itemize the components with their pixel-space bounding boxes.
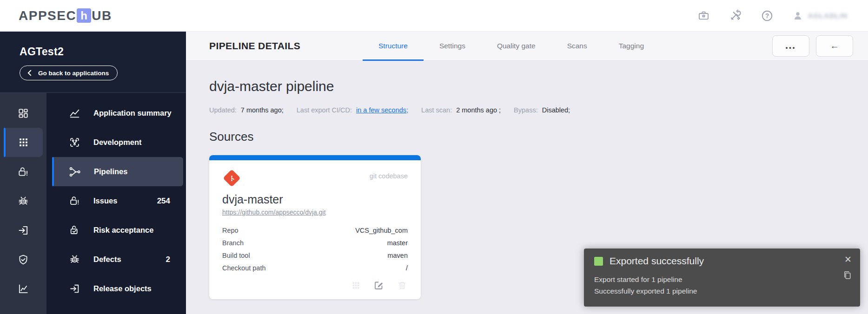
user-menu[interactable]: AGLADLIN <box>792 10 848 21</box>
pipeline-tabs: Structure Settings Quality gate Scans Ta… <box>363 32 660 60</box>
success-status-icon <box>594 257 603 266</box>
sidebar-item-release-objects[interactable]: Release objects <box>52 274 183 303</box>
apps-grid-icon <box>18 137 29 148</box>
source-type-label: git codebase <box>370 172 408 180</box>
copy-icon[interactable] <box>842 270 853 281</box>
meta-label: Last export CI/CD: <box>297 106 352 114</box>
meta-bypass: Bypass: Disabled; <box>514 106 570 114</box>
tab-scans[interactable]: Scans <box>551 32 603 60</box>
card-row-checkout-path: Checkout path / <box>222 262 408 274</box>
sidebar-item-label: Release objects <box>93 284 152 293</box>
help-icon[interactable]: ? <box>761 9 774 22</box>
application-name: AGTest2 <box>20 46 167 58</box>
merge-icon <box>69 166 81 178</box>
sidebar-item-label: Defects <box>93 255 121 264</box>
toast-notification: Exported successfully ✕ Export started f… <box>584 249 860 307</box>
box-arrow-icon <box>17 224 29 236</box>
meta-label: Updated: <box>209 106 237 114</box>
meta-value: 2 months ago ; <box>456 106 501 114</box>
tab-tagging[interactable]: Tagging <box>603 32 660 60</box>
trash-icon[interactable] <box>397 280 408 291</box>
source-card: git codebase dvja-master https://github.… <box>209 155 421 299</box>
defects-count-badge: 2 <box>166 255 170 264</box>
sidebar-header: AGTest2 Go back to applications <box>0 32 186 93</box>
last-export-link[interactable]: in a few seconds; <box>356 106 408 114</box>
sidebar-item-pipelines[interactable]: Pipelines <box>52 157 183 186</box>
toast-title: Exported successfully <box>610 255 704 267</box>
unlock-alert-icon <box>69 195 80 207</box>
go-back-label: Go back to applications <box>38 70 109 77</box>
username-redacted: AGLADLIN <box>808 12 848 20</box>
main-panel: PIPELINE DETAILS Structure Settings Qual… <box>186 32 868 314</box>
issues-count-badge: 254 <box>157 196 170 206</box>
tab-structure[interactable]: Structure <box>363 32 424 60</box>
grid-icon[interactable] <box>350 280 361 291</box>
row-label: Branch <box>222 239 244 247</box>
sidebar-item-risk-acceptance[interactable]: Risk acceptance <box>52 216 183 245</box>
sidebar-item-issues[interactable]: Issues 254 <box>52 186 183 216</box>
dashboard-icon <box>17 107 29 119</box>
lock-check-icon <box>69 224 80 236</box>
rail-item-defects[interactable] <box>4 186 43 216</box>
more-options-button[interactable]: ••• <box>772 35 809 57</box>
unlock-alert-icon <box>17 166 29 178</box>
meta-last-export: Last export CI/CD: in a few seconds; <box>297 106 408 114</box>
sidebar-item-defects[interactable]: Defects 2 <box>52 245 183 274</box>
logo-h-box: h <box>77 8 91 23</box>
sidebar-item-development[interactable]: Development <box>52 128 183 157</box>
sidebar-item-label: Issues <box>93 196 117 205</box>
repo-url-link[interactable]: https://github.com/appsecco/dvja.git <box>222 209 326 216</box>
sidebar-item-label: Risk acceptance <box>93 226 153 235</box>
pipeline-meta: Updated: 7 months ago; Last export CI/CD… <box>209 106 845 114</box>
user-icon <box>792 10 803 21</box>
row-value: master <box>387 239 408 247</box>
sidebar-item-application-summary[interactable]: Application summary <box>52 98 183 128</box>
chevron-left-icon <box>27 69 33 77</box>
page-title: PIPELINE DETAILS <box>209 40 330 52</box>
meta-updated: Updated: 7 months ago; <box>209 106 284 114</box>
rail-item-reports[interactable] <box>4 274 43 303</box>
card-accent-bar <box>209 155 421 160</box>
box-arrow-icon <box>69 283 80 294</box>
row-value: / <box>406 264 408 272</box>
sidebar-item-label: Application summary <box>93 109 172 118</box>
tab-settings[interactable]: Settings <box>424 32 481 60</box>
appsechub-logo: APPSEC h UB <box>19 8 112 23</box>
git-logo-icon <box>222 169 241 187</box>
tab-quality-gate[interactable]: Quality gate <box>481 32 551 60</box>
sidebar-item-label: Pipelines <box>94 167 127 176</box>
meta-value: 7 months ago; <box>241 106 284 114</box>
briefcase-icon[interactable] <box>697 9 710 22</box>
analytics-icon <box>17 283 29 295</box>
pipeline-heading: dvja-master pipeline <box>209 78 845 94</box>
edit-icon[interactable] <box>373 280 384 291</box>
meta-label: Last scan: <box>421 106 452 114</box>
go-back-to-applications-button[interactable]: Go back to applications <box>20 65 118 80</box>
row-value: maven <box>387 252 408 259</box>
sidebar-item-label: Development <box>93 138 142 147</box>
rail-item-dashboard[interactable] <box>4 98 43 128</box>
row-label: Build tool <box>222 252 250 259</box>
tools-icon[interactable] <box>729 9 742 22</box>
close-icon[interactable]: ✕ <box>844 254 852 265</box>
rail-item-policies[interactable] <box>4 245 43 274</box>
source-name: dvja-master <box>222 193 408 206</box>
branch-brackets-icon <box>69 137 80 148</box>
pipeline-content: dvja-master pipeline Updated: 7 months a… <box>186 61 868 314</box>
meta-value: Disabled; <box>542 106 570 114</box>
card-row-branch: Branch master <box>222 236 408 249</box>
row-value: VCS_github_com <box>355 227 408 234</box>
shield-check-icon <box>17 254 29 266</box>
row-label: Repo <box>222 227 239 234</box>
bug-icon <box>17 195 29 207</box>
rail-item-issues[interactable] <box>4 157 43 186</box>
back-button[interactable]: ← <box>816 35 853 57</box>
logo-text-left: APPSEC <box>19 8 76 23</box>
pipeline-details-header: PIPELINE DETAILS Structure Settings Qual… <box>186 32 868 61</box>
icon-rail <box>0 93 46 314</box>
meta-label: Bypass: <box>514 106 538 114</box>
rail-item-applications[interactable] <box>4 128 43 157</box>
sidebar: AGTest2 Go back to applications <box>0 32 186 314</box>
rail-item-release-objects[interactable] <box>4 216 43 245</box>
card-row-repo: Repo VCS_github_com <box>222 224 408 236</box>
